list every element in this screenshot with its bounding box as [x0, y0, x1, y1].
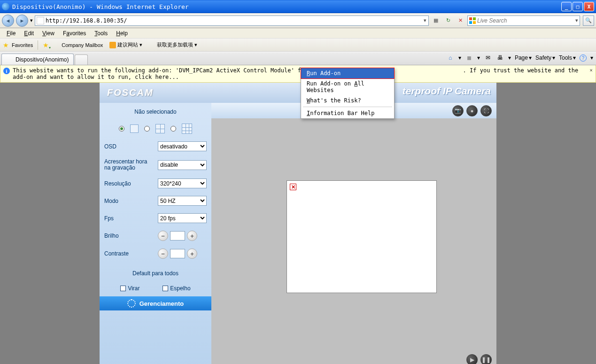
- sidebar-title: Não selecionado: [104, 107, 207, 119]
- search-input[interactable]: [477, 17, 574, 24]
- menu-info-bar-help[interactable]: Information Bar Help: [301, 108, 394, 118]
- management-button[interactable]: Gerenciamento: [100, 296, 211, 310]
- information-bar[interactable]: i This website wants to run the followin…: [0, 65, 596, 83]
- address-bar[interactable]: ▾: [35, 15, 429, 26]
- layout-9-icon: [182, 124, 192, 134]
- help-icon[interactable]: ?: [580, 54, 587, 62]
- default-all-link[interactable]: Default para todos: [104, 263, 207, 280]
- fps-select[interactable]: 20 fps: [158, 213, 207, 223]
- video-footer: ▶ ❚❚: [466, 354, 492, 364]
- ie-icon: [2, 3, 9, 10]
- brightness-plus-button[interactable]: +: [187, 231, 197, 241]
- forward-button[interactable]: ►: [16, 15, 28, 27]
- management-label: Gerenciamento: [139, 300, 184, 307]
- broken-image-icon: ✕: [290, 184, 296, 190]
- menu-run-addon-all[interactable]: Run Add-on on All Websites: [301, 78, 394, 95]
- search-button[interactable]: 🔍: [583, 15, 594, 26]
- nav-dropdown-icon[interactable]: ▾: [30, 17, 33, 23]
- minimize-button[interactable]: _: [561, 2, 572, 11]
- mode-select[interactable]: 50 HZ: [158, 196, 207, 206]
- mail-icon[interactable]: ✉: [484, 54, 492, 62]
- search-dropdown-icon[interactable]: ▾: [574, 17, 580, 23]
- resolution-select[interactable]: 320*240: [158, 178, 207, 188]
- favorites-star-icon[interactable]: ★: [3, 41, 9, 49]
- infobar-close-icon[interactable]: ×: [589, 67, 593, 74]
- menu-run-addon[interactable]: RRun Add-onun Add-on: [301, 68, 395, 79]
- rss-icon[interactable]: ◼: [465, 54, 473, 62]
- address-input[interactable]: [46, 16, 422, 25]
- menu-view[interactable]: View: [39, 29, 58, 38]
- tab-active[interactable]: Dispositivo(Anonimo): [1, 54, 74, 65]
- fullscreen-button[interactable]: ⛶: [480, 105, 492, 116]
- back-button[interactable]: ◄: [2, 15, 14, 27]
- maximize-button[interactable]: □: [573, 2, 583, 11]
- fps-label: Fps: [104, 215, 154, 222]
- favorites-label[interactable]: Favorites: [12, 42, 33, 48]
- contrast-minus-button[interactable]: −: [158, 248, 168, 259]
- contrast-plus-button[interactable]: +: [187, 248, 197, 259]
- address-dropdown-icon[interactable]: ▾: [422, 17, 428, 23]
- dropdown-icon[interactable]: ▾: [590, 54, 593, 61]
- menu-separator: [303, 107, 392, 107]
- dropdown-icon[interactable]: ▾: [508, 54, 511, 61]
- stop-button[interactable]: ✕: [455, 15, 465, 26]
- print-icon[interactable]: 🖶: [496, 54, 504, 62]
- snapshot-button[interactable]: 📷: [452, 105, 464, 116]
- close-button[interactable]: X: [584, 2, 594, 11]
- favorites-bar: ★ Favorites ★▾ Company Mailbox 建议网站 ▾ 获取…: [0, 39, 596, 52]
- pause-button[interactable]: ❚❚: [480, 354, 492, 364]
- layout-selector: [104, 121, 207, 137]
- page-content: FOSCAM terproof IP Camera Não selecionad…: [0, 83, 596, 364]
- brightness-input[interactable]: [170, 231, 185, 240]
- dropdown-icon: ▾: [139, 42, 142, 48]
- contrast-input[interactable]: [170, 249, 185, 258]
- menu-help[interactable]: Help: [112, 29, 132, 38]
- dropdown-icon[interactable]: ▾: [477, 54, 480, 61]
- layout-1-icon: [130, 124, 139, 133]
- window-title: Dispositivo(Anonimo) - Windows Internet …: [12, 3, 561, 10]
- tools-menu[interactable]: Tools ▾: [559, 54, 576, 61]
- dropdown-icon[interactable]: ▾: [458, 54, 461, 61]
- ie-tab-icon: [7, 56, 13, 63]
- safety-menu[interactable]: Safety ▾: [535, 54, 555, 61]
- flip-checkbox[interactable]: Virar: [120, 285, 139, 292]
- mirror-label: Espelho: [170, 285, 190, 292]
- new-tab-button[interactable]: [75, 54, 88, 65]
- menu-favorites[interactable]: Favorites: [59, 29, 90, 38]
- fav-company-mailbox[interactable]: Company Mailbox: [52, 41, 105, 49]
- add-favorites-icon[interactable]: ★▾: [43, 41, 49, 49]
- search-provider-icon: [468, 17, 477, 24]
- refresh-button[interactable]: ↻: [443, 15, 453, 26]
- mode-label: Modo: [104, 198, 154, 204]
- layout-1-radio[interactable]: [119, 126, 124, 132]
- layout-9-radio[interactable]: [170, 126, 176, 132]
- fav-get-more-addons[interactable]: 获取更多加载项 ▾: [147, 40, 199, 49]
- compat-view-icon[interactable]: ▦: [431, 15, 441, 26]
- app-header: FOSCAM terproof IP Camera: [100, 83, 496, 103]
- search-box[interactable]: ▾: [467, 15, 580, 26]
- play-button[interactable]: ▶: [466, 354, 478, 364]
- home-icon[interactable]: ⌂: [446, 54, 455, 62]
- osd-select[interactable]: desativado: [158, 141, 207, 151]
- separator: [38, 40, 38, 50]
- foscam-logo: FOSCAM: [107, 87, 154, 98]
- navigation-bar: ◄ ► ▾ ▾ ▦ ↻ ✕ ▾ 🔍: [0, 13, 596, 28]
- video-placeholder: ✕: [286, 180, 437, 293]
- fav-more-label: 获取更多加载项: [157, 41, 193, 48]
- timestamp-label: Acrescentar hora na gravação: [104, 159, 154, 171]
- fav-suggested-sites[interactable]: 建议网站 ▾: [108, 40, 144, 49]
- page-menu[interactable]: Page ▾: [515, 54, 532, 61]
- mirror-checkbox[interactable]: Espelho: [163, 285, 190, 292]
- menu-tools[interactable]: Tools: [91, 29, 111, 38]
- menu-whats-the-risk[interactable]: What's the Risk?: [301, 95, 394, 106]
- dropdown-icon: ▾: [194, 42, 197, 48]
- page-icon: [37, 17, 44, 24]
- brightness-minus-button[interactable]: −: [158, 231, 168, 241]
- menu-edit[interactable]: Edit: [20, 29, 38, 38]
- layout-4-radio[interactable]: [144, 126, 150, 132]
- record-button[interactable]: ●: [466, 105, 478, 116]
- fav-company-mailbox-label: Company Mailbox: [62, 42, 103, 48]
- timestamp-select[interactable]: disable: [158, 160, 207, 170]
- menu-file[interactable]: File: [3, 29, 19, 38]
- fav-suggested-label: 建议网站: [117, 41, 138, 48]
